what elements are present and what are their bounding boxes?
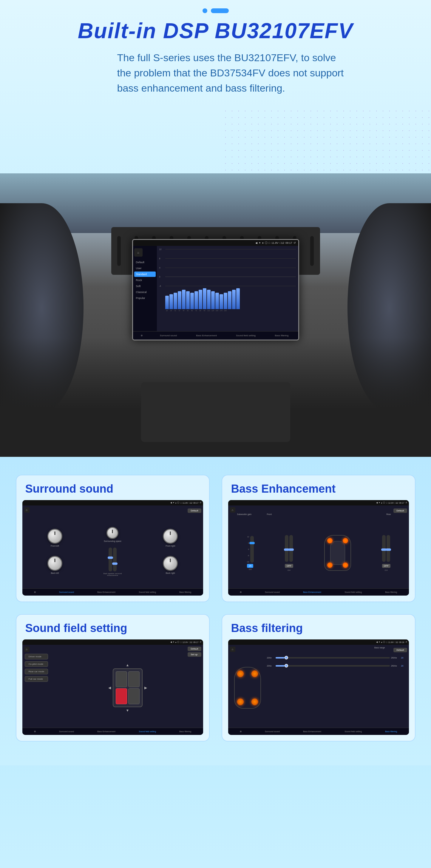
seat-grid: [113, 669, 142, 707]
subwoofer-value[interactable]: 25: [247, 564, 253, 568]
ps-bass-tabs: ⚙ Surround sound Bass Enhancement Sound …: [228, 588, 409, 596]
arrow-right[interactable]: ▶: [144, 686, 147, 690]
seat-fl[interactable]: [116, 671, 127, 687]
panel-sound-field-inner: ◀✦♦ⓘ□ 12.0V□1209:17↺ ⌂ Default Set up: [22, 640, 203, 735]
back-speaker-slider: Back speaker surround enhancement: [101, 548, 124, 576]
vent-slot: [117, 236, 121, 266]
dsp-sidebar: ⌂ Default User Standard Rock Soft Classi…: [133, 246, 157, 331]
ps-tab-bass4[interactable]: Bass Enhancement: [303, 731, 321, 733]
filter-handle-1[interactable]: [285, 656, 288, 659]
ps-tab-field2[interactable]: Sound field setting: [344, 591, 362, 593]
home-icon-field[interactable]: ⌂: [24, 647, 30, 652]
rear-label: Rear: [386, 513, 391, 515]
ps-filter-status: ◀✦♦ⓘ□ 11.8V□1209:18↺: [228, 640, 409, 645]
home-icon[interactable]: ⌂: [134, 248, 142, 257]
front-sliders: OFF 214: [285, 535, 293, 571]
tab-bass-enhance[interactable]: Bass Enhancement: [194, 334, 218, 338]
field-default-btn[interactable]: Default: [188, 647, 201, 651]
ps-tab-filter3[interactable]: Bass filtering: [179, 731, 191, 733]
ps-tab-surround[interactable]: Surround sound: [59, 591, 74, 593]
full-mode-btn[interactable]: Full car mode: [25, 676, 48, 682]
dsp-status-bar: ◀✦♦ⓘ□ 11.8V□1209:17↺: [133, 240, 298, 246]
ps-tab-bass3[interactable]: Bass Enhancement: [97, 731, 115, 733]
filter-val-2: 20: [401, 665, 407, 667]
ps-field-status: ◀✦♦ⓘ□ 12.0V□1209:17↺: [22, 640, 203, 645]
rear-mode-btn[interactable]: Rear car mode: [25, 669, 48, 674]
rear-sliders: OFF 214: [382, 535, 391, 571]
home-icon-bass[interactable]: ⌂: [230, 507, 235, 513]
page-subtitle: The full S-series uses the BU32107EFV, t…: [81, 50, 350, 96]
surround-default-btn[interactable]: Default: [188, 507, 201, 513]
ps-field-content: ⌂ Default Set up Driver mode Co-pilot mo…: [22, 645, 203, 728]
arrow-left[interactable]: ◀: [108, 686, 111, 690]
dsp-screen[interactable]: ◀✦♦ⓘ□ 11.8V□1209:17↺ ⌂ Default User Stan…: [132, 239, 299, 340]
arrow-down[interactable]: ▼: [126, 708, 129, 713]
knobs-area: Front left Back left Surroun: [22, 515, 203, 588]
seat-rl[interactable]: [116, 688, 127, 704]
ps-tab-filter4[interactable]: Bass filtering: [385, 731, 397, 733]
filter-slider-2: 20Hz 250Hz 20: [267, 665, 407, 667]
filter-val-1: 20: [401, 657, 407, 659]
ps-bass-status: ◀✦♦ⓘ□ 12.0V□1209:17↺: [228, 500, 409, 505]
filter-track-2[interactable]: [275, 665, 390, 666]
menu-classical[interactable]: Classical: [134, 289, 156, 295]
ps-surround-content: ⌂ Default Front left: [22, 505, 203, 588]
menu-rock[interactable]: Rock: [134, 278, 156, 283]
front-value[interactable]: OFF: [285, 564, 293, 568]
ps-tab-bass[interactable]: Bass Enhancement: [97, 591, 115, 593]
copilot-mode-btn[interactable]: Co-pilot mode: [25, 661, 48, 667]
panel-bass-filter-title: Bass filtering: [222, 615, 415, 640]
filter-default-btn[interactable]: Default: [393, 647, 407, 652]
filter-handle-2[interactable]: [285, 664, 288, 668]
panel-bass-enhance-inner: ◀✦♦ⓘ□ 12.0V□1209:17↺ ⌂ Default Subwoofer…: [228, 500, 409, 596]
menu-popular[interactable]: Popular: [134, 296, 156, 301]
menu-default[interactable]: Default: [134, 259, 156, 265]
ps-tab-filter[interactable]: Bass filtering: [179, 591, 191, 593]
ps-bass-content: ⌂ Default Subwoofer gain Front Rear: [228, 505, 409, 588]
ps-tab-surround3[interactable]: Surround sound: [59, 731, 74, 733]
ps-tab-bass2[interactable]: Bass Enhancement: [303, 591, 321, 593]
panel-sound-field-screen: ◀✦♦ⓘ□ 12.0V□1209:17↺ ⌂ Default Set up: [22, 640, 203, 735]
knob-front-right: Front right: [163, 529, 178, 547]
panel-surround: Surround sound ◀✦♦ⓘ□ 11.8V□1209:17↺ ⌂: [16, 475, 210, 602]
car-body: [330, 541, 345, 565]
seat-rr[interactable]: [128, 688, 140, 704]
filter-speaker-fl: [237, 671, 244, 677]
page-indicator: [0, 0, 431, 19]
ps-tab-surround2[interactable]: Surround sound: [265, 591, 280, 593]
tab-surround[interactable]: Surround sound: [158, 334, 179, 338]
arrow-up[interactable]: ▲: [126, 663, 129, 667]
dsp-screen-inner: ◀✦♦ⓘ□ 11.8V□1209:17↺ ⌂ Default User Stan…: [133, 240, 298, 340]
ps-filter-tabs: ⚙ Surround sound Bass Enhancement Sound …: [228, 728, 409, 735]
ps-tab-field[interactable]: Sound field setting: [139, 591, 156, 593]
ps-tab-field4[interactable]: Sound field setting: [344, 731, 362, 733]
home-icon-surround[interactable]: ⌂: [24, 507, 30, 513]
menu-soft[interactable]: Soft: [134, 283, 156, 289]
ps-tab-surround4[interactable]: Surround sound: [265, 731, 280, 733]
panel-sound-field-title: Sound field setting: [16, 615, 209, 640]
dots-grid: [222, 108, 431, 173]
driver-mode-btn[interactable]: Driver mode: [25, 654, 48, 659]
ps-tab-filter2[interactable]: Bass filtering: [385, 591, 397, 593]
panel-bass-filter-screen: ◀✦♦ⓘ□ 11.8V□1209:18↺ ⌂ Bass range Defaul…: [228, 640, 409, 735]
subwoofer-slider-group: 1260-5-10 25 220: [246, 536, 254, 570]
panel-bass-filter: Bass filtering ◀✦♦ⓘ□ 11.8V□1209:18↺ ⌂ Ba…: [222, 614, 416, 742]
bass-default-btn[interactable]: Default: [393, 507, 407, 513]
menu-standard[interactable]: Standard: [134, 272, 156, 277]
speaker-rear-left: [327, 562, 333, 568]
tab-bass-filter[interactable]: Bass filtering: [273, 334, 290, 338]
filter-track-1[interactable]: [275, 657, 390, 658]
tab-sound-field[interactable]: Sound field setting: [234, 334, 257, 338]
seat-fr[interactable]: [128, 671, 140, 687]
panel-bass-filter-inner: ◀✦♦ⓘ□ 11.8V□1209:18↺ ⌂ Bass range Defaul…: [228, 640, 409, 735]
field-setup-btn[interactable]: Set up: [188, 652, 201, 657]
ps-surround-status: ◀✦♦ⓘ□ 11.8V□1209:17↺: [22, 500, 203, 505]
subwoofer-freq: 220: [249, 568, 252, 570]
filter-speaker-rr: [252, 699, 258, 705]
rear-value[interactable]: OFF: [382, 564, 391, 568]
ps-tab-field3[interactable]: Sound field setting: [139, 731, 156, 733]
knob-back-left: Back left: [47, 556, 62, 574]
menu-user[interactable]: User: [134, 266, 156, 271]
front-freq: 214: [288, 569, 291, 571]
eq-bars: [159, 288, 296, 309]
